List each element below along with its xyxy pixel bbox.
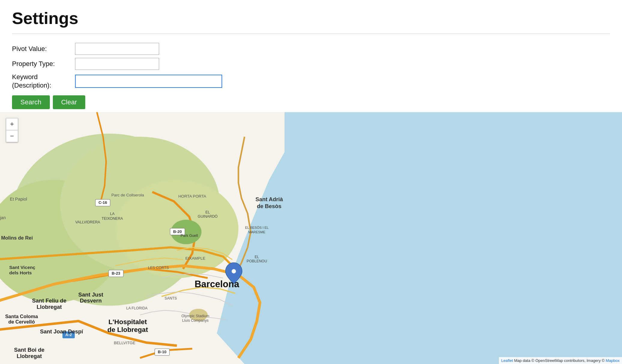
settings-header: Settings — [0, 0, 622, 31]
svg-text:LA: LA — [110, 212, 115, 216]
svg-text:de Llobregat: de Llobregat — [107, 326, 148, 333]
pivot-value-input[interactable] — [75, 43, 159, 55]
svg-text:VALLVIDRERA: VALLVIDRERA — [75, 220, 101, 224]
svg-text:Sant Boi de: Sant Boi de — [14, 347, 44, 353]
svg-text:L'Hospitalet: L'Hospitalet — [108, 318, 147, 326]
map-attribution: Leaflet Map data © OpenStreetMap contrib… — [499, 357, 622, 364]
svg-text:POBLENOU: POBLENOU — [247, 259, 267, 263]
svg-text:Parc de Collserola: Parc de Collserola — [111, 193, 144, 197]
svg-text:Santa Coloma: Santa Coloma — [5, 313, 38, 319]
svg-text:Sant Joan Despí: Sant Joan Despí — [40, 328, 83, 335]
svg-text:Llobregat: Llobregat — [37, 304, 62, 310]
svg-text:B-10: B-10 — [158, 350, 167, 354]
search-button[interactable]: Search — [12, 95, 50, 109]
svg-text:EL: EL — [255, 255, 259, 259]
svg-text:Sant Adrià: Sant Adrià — [255, 196, 283, 202]
buttons-row: Search Clear — [12, 93, 610, 109]
pivot-row: Pivot Value: — [12, 43, 610, 55]
svg-text:Et Papiol: Et Papiol — [10, 197, 27, 201]
keyword-row: Keyword(Description): — [12, 73, 610, 90]
page-title: Settings — [12, 9, 610, 28]
svg-text:Lluís Companys: Lluís Companys — [182, 318, 209, 323]
svg-text:Llobregat: Llobregat — [17, 353, 42, 359]
map-container: C-16 B-20 B-23 A-2 B-10 Sant Adrià de Be… — [0, 112, 622, 364]
svg-text:EIXAMPLE: EIXAMPLE — [185, 256, 205, 261]
svg-text:de Besòs: de Besòs — [257, 203, 282, 209]
svg-text:Sant Feliu de: Sant Feliu de — [32, 297, 67, 304]
page-container: Settings Pivot Value: Property Type: Key… — [0, 0, 622, 364]
svg-text:Molins de Rei: Molins de Rei — [1, 235, 33, 240]
svg-text:GUINARDÓ: GUINARDÓ — [198, 214, 218, 219]
svg-text:TEIXONERA: TEIXONERA — [102, 216, 123, 220]
keyword-label: Keyword(Description): — [12, 73, 51, 89]
leaflet-link[interactable]: Leaflet — [501, 358, 513, 363]
svg-text:EL BESÒS I EL: EL BESÒS I EL — [245, 226, 268, 229]
keyword-label-container: Keyword(Description): — [12, 73, 72, 90]
svg-text:BELLVITGE: BELLVITGE — [114, 340, 135, 345]
property-type-label: Property Type: — [12, 60, 72, 68]
header-divider — [12, 34, 610, 34]
svg-text:dels Horts: dels Horts — [9, 270, 32, 275]
map-svg: C-16 B-20 B-23 A-2 B-10 Sant Adrià de Be… — [0, 112, 622, 364]
svg-text:jjan: jjan — [0, 215, 6, 220]
attribution-osm-text: Map data © OpenStreetMap contributors, I… — [514, 358, 605, 363]
zoom-out-button[interactable]: − — [6, 130, 18, 142]
svg-text:Park Guell: Park Guell — [181, 234, 198, 238]
svg-text:B-23: B-23 — [112, 271, 120, 276]
svg-text:C-16: C-16 — [98, 200, 107, 205]
svg-text:MARESME: MARESME — [248, 230, 265, 234]
property-type-input[interactable] — [75, 58, 159, 70]
clear-button[interactable]: Clear — [53, 95, 86, 109]
svg-text:B-20: B-20 — [173, 229, 182, 234]
svg-text:SANTS: SANTS — [165, 296, 177, 300]
svg-text:EL: EL — [205, 210, 210, 214]
keyword-input[interactable] — [75, 75, 222, 88]
svg-text:HORTA PORTA: HORTA PORTA — [178, 194, 206, 198]
mapbox-link[interactable]: Mapbox — [606, 358, 620, 363]
zoom-controls: + − — [6, 118, 18, 142]
settings-form: Pivot Value: Property Type: Keyword(Desc… — [0, 40, 622, 112]
svg-text:Desvern: Desvern — [80, 297, 102, 304]
property-type-row: Property Type: — [12, 58, 610, 70]
svg-text:Olympic Stadium: Olympic Stadium — [181, 314, 209, 318]
svg-text:Sant Just: Sant Just — [78, 291, 103, 298]
svg-text:LES CORTS: LES CORTS — [148, 265, 169, 270]
pivot-label: Pivot Value: — [12, 45, 72, 53]
svg-point-57 — [232, 269, 236, 273]
svg-text:Sant Vicenç: Sant Vicenç — [9, 264, 35, 270]
zoom-in-button[interactable]: + — [6, 118, 18, 130]
svg-text:LA FLORIDA: LA FLORIDA — [126, 306, 148, 310]
svg-text:de Cervelló: de Cervelló — [8, 319, 35, 324]
